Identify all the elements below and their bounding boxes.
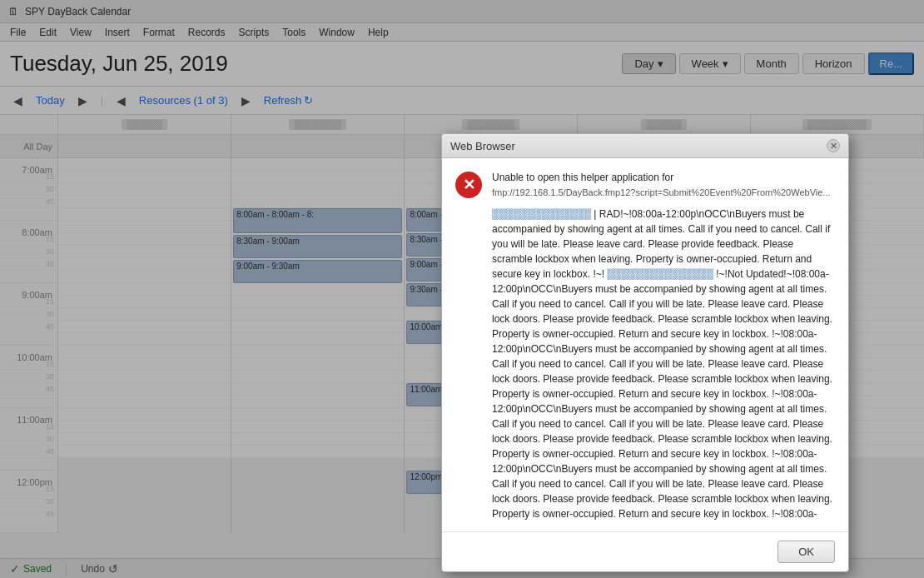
dialog-title: Web Browser — [450, 140, 515, 152]
error-icon: ✕ — [455, 172, 482, 198]
dialog-message: Unable to open this helper application f… — [492, 170, 835, 520]
dialog-title-bar: Web Browser ✕ — [442, 134, 848, 158]
dialog-body: ✕ Unable to open this helper application… — [442, 158, 848, 531]
dialog-close-button[interactable]: ✕ — [827, 139, 840, 152]
error-body-text: ░░░░░░░░░░░░░░ | RAD!~!08:00a-12:00p\nOC… — [492, 207, 835, 520]
error-url: fmp://192.168.1.5/DayBack.fmp12?script=S… — [492, 187, 831, 197]
error-main-text: Unable to open this helper application f… — [492, 172, 673, 183]
web-browser-dialog: Web Browser ✕ ✕ Unable to open this help… — [441, 133, 849, 572]
dialog-footer: OK — [442, 531, 848, 571]
dialog-ok-button[interactable]: OK — [777, 541, 835, 563]
